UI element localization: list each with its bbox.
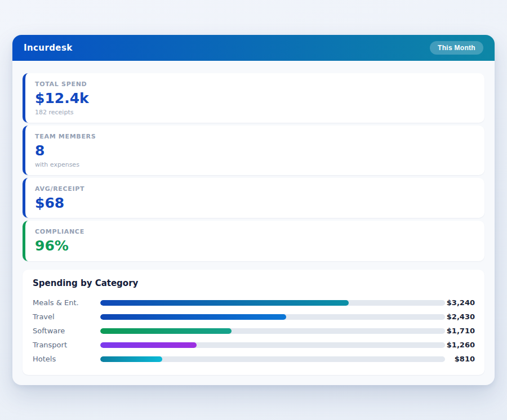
stat-card-avg-receipt: AVG/RECEIPT $68 bbox=[23, 178, 484, 218]
category-value: $810 bbox=[445, 355, 475, 363]
stat-value: 8 bbox=[35, 143, 475, 159]
section-title: Spending by Category bbox=[33, 278, 475, 288]
dashboard-content: TOTAL SPEND $12.4k 182 receipts TEAM MEM… bbox=[12, 61, 495, 385]
stat-value: $68 bbox=[35, 195, 475, 212]
stat-label: TOTAL SPEND bbox=[35, 81, 475, 88]
stat-label: TEAM MEMBERS bbox=[35, 133, 475, 140]
spending-by-category-card: Spending by Category Meals & Ent. $3,240… bbox=[23, 270, 484, 375]
stat-value: 96% bbox=[35, 238, 475, 254]
app-panel: Incurdesk This Month TOTAL SPEND $12.4k … bbox=[12, 35, 495, 385]
category-value: $1,260 bbox=[445, 341, 475, 349]
category-row-travel: Travel $2,430 bbox=[33, 310, 475, 324]
app-title: Incurdesk bbox=[24, 43, 73, 53]
category-label: Software bbox=[33, 327, 100, 335]
category-value: $2,430 bbox=[445, 312, 475, 321]
bar-fill-meals bbox=[100, 300, 349, 306]
category-value: $1,710 bbox=[445, 327, 475, 335]
stat-card-compliance: COMPLIANCE 96% bbox=[23, 221, 484, 261]
stat-label: COMPLIANCE bbox=[35, 228, 475, 235]
stat-value: $12.4k bbox=[35, 91, 475, 107]
bar-fill-travel bbox=[100, 314, 286, 320]
bar-track bbox=[100, 356, 445, 362]
app-header: Incurdesk This Month bbox=[12, 35, 495, 61]
category-row-transport: Transport $1,260 bbox=[33, 338, 475, 352]
bar-track bbox=[100, 300, 445, 306]
bar-fill-hotels bbox=[100, 356, 162, 362]
bar-fill-transport bbox=[100, 342, 197, 348]
category-row-hotels: Hotels $810 bbox=[33, 352, 475, 366]
category-label: Meals & Ent. bbox=[33, 298, 100, 307]
stat-card-team-members: TEAM MEMBERS 8 with expenses bbox=[23, 126, 484, 175]
stat-subtext: with expenses bbox=[35, 161, 475, 168]
category-label: Travel bbox=[33, 312, 100, 321]
period-badge[interactable]: This Month bbox=[430, 41, 483, 55]
bar-track bbox=[100, 342, 445, 348]
stat-label: AVG/RECEIPT bbox=[35, 185, 475, 193]
stat-card-total-spend: TOTAL SPEND $12.4k 182 receipts bbox=[23, 73, 484, 123]
bar-fill-software bbox=[100, 328, 232, 334]
category-label: Transport bbox=[33, 341, 100, 349]
bar-track bbox=[100, 328, 445, 334]
category-value: $3,240 bbox=[445, 298, 475, 307]
category-row-meals: Meals & Ent. $3,240 bbox=[33, 296, 475, 310]
category-row-software: Software $1,710 bbox=[33, 324, 475, 338]
bar-track bbox=[100, 314, 445, 320]
category-label: Hotels bbox=[33, 355, 100, 363]
stat-subtext: 182 receipts bbox=[35, 109, 475, 116]
